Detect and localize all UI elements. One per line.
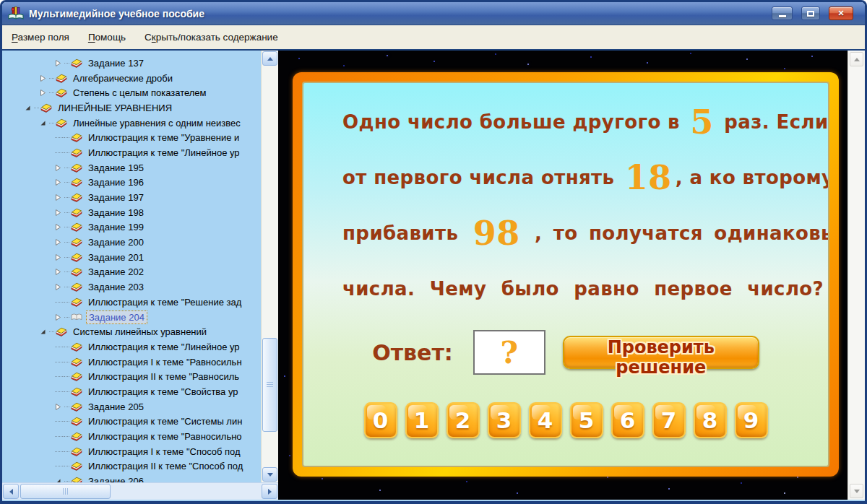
- window-title: Мультимедийное учебное пособие: [29, 8, 204, 19]
- digit-key-5[interactable]: 5: [570, 402, 603, 438]
- tree-item[interactable]: Иллюстрация к теме "Решение зад: [2, 295, 261, 310]
- starfield-background: [278, 51, 280, 52]
- tree-item[interactable]: Иллюстрация I к теме "Способ под: [2, 444, 261, 459]
- tree-item[interactable]: Иллюстрация к теме "Системы лин: [2, 414, 261, 430]
- expand-icon[interactable]: [55, 179, 64, 186]
- app-logo-book-icon: [8, 6, 24, 21]
- menu-item-3[interactable]: Скрыть/показать содержание: [138, 29, 285, 45]
- tree-scroll-left-button[interactable]: [3, 484, 19, 499]
- menu-item-2[interactable]: Помощь: [82, 29, 132, 45]
- tree-vertical-scrollbar[interactable]: [261, 51, 278, 482]
- tree-item[interactable]: Задание 137: [2, 56, 261, 71]
- expand-icon[interactable]: [55, 269, 64, 275]
- tree-scroll-up-button[interactable]: [262, 51, 277, 66]
- expand-icon[interactable]: [55, 209, 64, 216]
- tree-item[interactable]: Системы линейных уравнений: [2, 324, 261, 339]
- maximize-button[interactable]: [801, 6, 820, 20]
- tree-connector: [64, 376, 69, 377]
- tree-item[interactable]: Линейные уравнения с одним неизвес: [2, 116, 261, 131]
- book-icon: [71, 148, 82, 157]
- expand-icon[interactable]: [55, 284, 64, 290]
- tree-item[interactable]: Задание 201: [2, 250, 261, 265]
- tree-connector: [64, 302, 69, 303]
- expand-icon[interactable]: [55, 239, 64, 246]
- app-window: Мультимедийное учебное пособие ✕ Размер …: [0, 0, 867, 504]
- question-segment: раз. Если: [717, 111, 829, 133]
- tree-item[interactable]: Задание 203: [2, 279, 261, 295]
- digit-key-4[interactable]: 4: [529, 402, 562, 438]
- tree-item[interactable]: Иллюстрация I к теме "Равносильн: [2, 355, 261, 370]
- expand-icon[interactable]: [55, 254, 64, 261]
- expand-icon[interactable]: [55, 60, 64, 66]
- tree-item[interactable]: Степень с целым показателем: [2, 85, 261, 100]
- collapse-icon[interactable]: [25, 105, 34, 111]
- expand-icon[interactable]: [40, 75, 49, 82]
- digit-label: 6: [620, 407, 636, 433]
- check-solution-button[interactable]: Проверить решение: [563, 336, 759, 369]
- digit-key-9[interactable]: 9: [735, 402, 768, 438]
- tree-item[interactable]: Иллюстрация к теме "Уравнение и: [2, 130, 261, 145]
- tree-item[interactable]: Иллюстрация II к теме "Способ под: [2, 459, 261, 474]
- expand-icon[interactable]: [55, 194, 64, 201]
- tree-item-label: Иллюстрация к теме "Линейное ур: [86, 147, 242, 159]
- window-controls: ✕: [772, 6, 859, 20]
- tree-item[interactable]: Задание 199: [2, 220, 261, 235]
- digit-key-2[interactable]: 2: [447, 402, 480, 438]
- answer-input[interactable]: ?: [473, 330, 545, 375]
- digit-label: 4: [538, 407, 553, 433]
- tree-scroll-down-button[interactable]: [262, 467, 277, 482]
- book-icon: [71, 447, 82, 456]
- digit-key-7[interactable]: 7: [652, 402, 686, 438]
- tree-horizontal-scrollbar[interactable]: [2, 482, 278, 500]
- tree-item[interactable]: ЛИНЕЙНЫЕ УРАВНЕНИЯ: [2, 100, 261, 116]
- digit-key-6[interactable]: 6: [611, 402, 644, 438]
- book-icon: [71, 297, 82, 307]
- expand-icon[interactable]: [55, 224, 64, 230]
- tree-vertical-scroll-thumb[interactable]: [262, 338, 277, 432]
- menu-item-1[interactable]: Размер поля: [5, 29, 76, 45]
- digit-key-8[interactable]: 8: [694, 402, 727, 438]
- tree-connector: [49, 331, 54, 332]
- content-vertical-scrollbar[interactable]: [847, 51, 865, 500]
- tree-item[interactable]: Алгебраические дроби: [2, 71, 261, 86]
- expand-icon[interactable]: [55, 404, 64, 410]
- tree-item[interactable]: Иллюстрация к теме "Линейное ур: [2, 339, 261, 355]
- tree-connector: [64, 317, 69, 318]
- content-scroll-up-button[interactable]: [850, 52, 863, 66]
- tree-connector: [34, 108, 39, 108]
- tree-connector: [64, 287, 69, 287]
- book-icon: [71, 342, 82, 352]
- tree-item[interactable]: Задание 200: [2, 235, 261, 250]
- expand-icon[interactable]: [55, 165, 64, 171]
- book-icon: [71, 163, 82, 173]
- tree-item[interactable]: Задание 206: [2, 474, 261, 482]
- collapse-icon[interactable]: [40, 120, 49, 126]
- tree-item[interactable]: Иллюстрация к теме "Равносильно: [2, 429, 261, 444]
- tree-horizontal-scroll-thumb[interactable]: [20, 484, 111, 499]
- digit-key-0[interactable]: 0: [364, 402, 397, 438]
- digit-key-1[interactable]: 1: [405, 402, 439, 438]
- tree-item[interactable]: Задание 204: [2, 310, 261, 325]
- collapse-icon[interactable]: [40, 329, 49, 335]
- expand-icon[interactable]: [55, 314, 64, 321]
- tree-connector: [55, 436, 64, 437]
- tree-item[interactable]: Задание 195: [2, 160, 261, 175]
- minimize-button[interactable]: [772, 6, 793, 20]
- arrow-down-icon: [854, 490, 860, 493]
- tree-scroll-right-button[interactable]: [262, 484, 277, 499]
- close-button[interactable]: ✕: [829, 6, 853, 20]
- expand-icon[interactable]: [40, 90, 49, 96]
- tree-connector: [64, 63, 69, 64]
- content-scroll-down-button[interactable]: [850, 484, 863, 498]
- digit-key-3[interactable]: 3: [488, 402, 521, 438]
- tree-item[interactable]: Задание 205: [2, 399, 261, 414]
- tree-item[interactable]: Иллюстрация к теме "Свойства ур: [2, 384, 261, 399]
- tree-item[interactable]: Задание 198: [2, 205, 261, 220]
- tree-item[interactable]: Задание 197: [2, 190, 261, 205]
- tree-item[interactable]: Иллюстрация II к теме "Равносиль: [2, 369, 261, 384]
- tree-item[interactable]: Иллюстрация к теме "Линейное ур: [2, 145, 261, 160]
- titlebar[interactable]: Мультимедийное учебное пособие ✕: [2, 2, 865, 25]
- tree-item-label: Системы линейных уравнений: [71, 326, 209, 338]
- tree-item[interactable]: Задание 196: [2, 175, 261, 191]
- tree-item[interactable]: Задание 202: [2, 265, 261, 280]
